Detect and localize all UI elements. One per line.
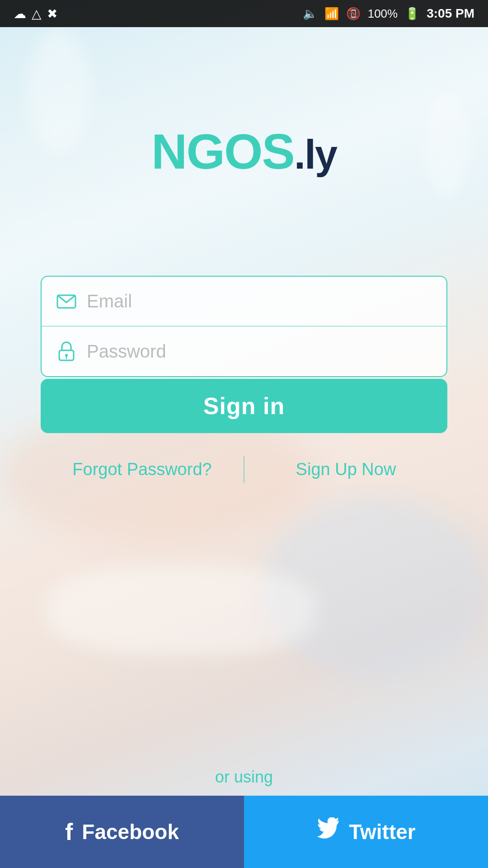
warning-icon: △ [32, 6, 42, 21]
status-time: 3:05 PM [427, 6, 474, 21]
facebook-button[interactable]: f Facebook [0, 796, 244, 868]
logo: NGOS.ly [151, 127, 337, 176]
password-row [42, 326, 446, 376]
sign-up-link[interactable]: Sign Up Now [244, 460, 447, 479]
twitter-label: Twitter [349, 820, 415, 844]
status-bar-right: 🔈 📶 📵 100% 🔋 3:05 PM [303, 6, 474, 21]
logo-dotly: .ly [294, 132, 337, 177]
social-bar: f Facebook Twitter [0, 796, 488, 868]
battery-percent: 100% [368, 7, 398, 21]
facebook-icon: f [65, 818, 73, 845]
email-input[interactable] [87, 277, 433, 326]
svg-point-2 [65, 354, 68, 357]
status-bar-left: ☁ △ ✖ [14, 6, 57, 21]
logo-container: NGOS.ly [151, 127, 337, 176]
email-row [42, 277, 446, 326]
links-row: Forgot Password? Sign Up Now [41, 456, 447, 483]
facebook-label: Facebook [82, 820, 179, 844]
battery-icon: 🔋 [405, 7, 419, 21]
form-container: Sign in Forgot Password? Sign Up Now [41, 276, 447, 483]
lock-icon [55, 340, 78, 362]
main-content: NGOS.ly [0, 27, 488, 868]
twitter-button[interactable]: Twitter [244, 796, 488, 868]
signal-icon: 📵 [346, 7, 361, 21]
email-icon [55, 291, 78, 312]
wifi-icon: 📶 [324, 7, 339, 21]
close-icon: ✖ [47, 6, 57, 21]
weather-icon: ☁ [14, 6, 26, 21]
twitter-bird-icon [316, 817, 340, 846]
or-using-text: or using [215, 768, 273, 787]
link-divider [244, 456, 244, 483]
mute-icon: 🔈 [303, 7, 317, 21]
password-input[interactable] [87, 326, 433, 376]
logo-ngos: NGOS [151, 123, 294, 179]
forgot-password-link[interactable]: Forgot Password? [41, 460, 244, 479]
input-group [41, 276, 447, 377]
sign-in-button[interactable]: Sign in [41, 379, 447, 433]
status-bar: ☁ △ ✖ 🔈 📶 📵 100% 🔋 3:05 PM [0, 0, 488, 27]
